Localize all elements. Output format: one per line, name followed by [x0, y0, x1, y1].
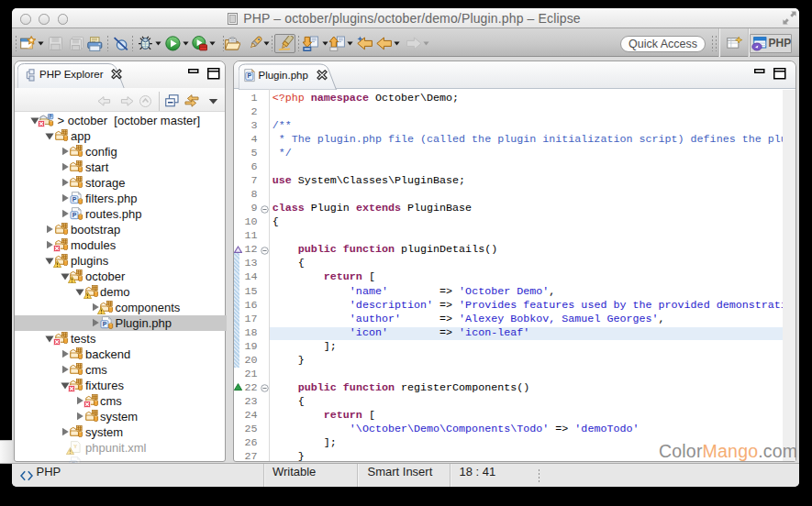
- svg-text:P: P: [247, 72, 251, 79]
